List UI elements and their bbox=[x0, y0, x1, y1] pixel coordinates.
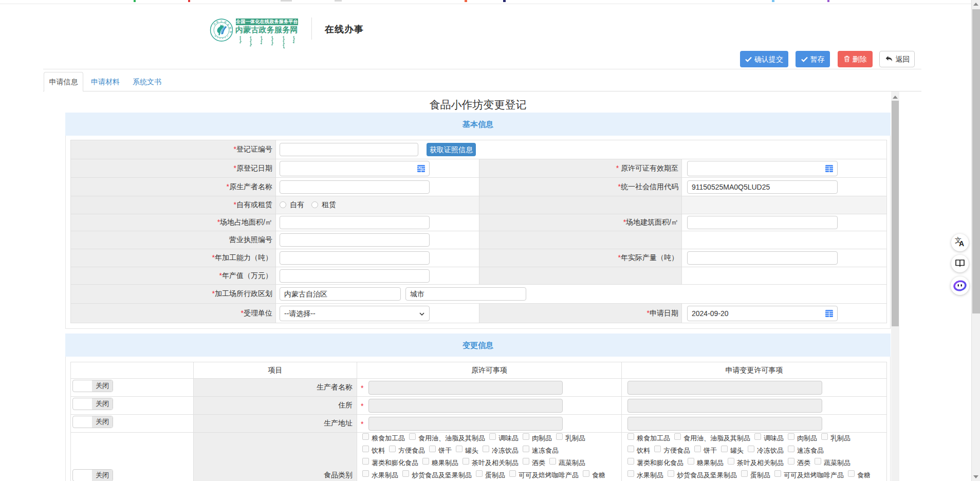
svg-text:᠊᠊: ᠊᠊ bbox=[221, 38, 225, 40]
svg-text:古: 古 bbox=[220, 20, 223, 23]
svg-text:᠊᠊: ᠊᠊ bbox=[218, 37, 221, 39]
